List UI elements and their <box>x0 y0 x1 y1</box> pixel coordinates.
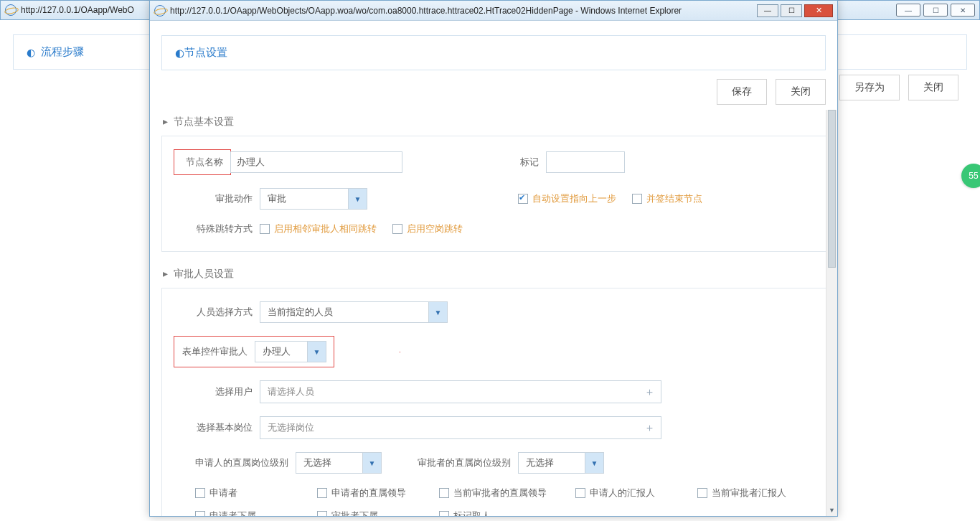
select-user-label: 选择用户 <box>174 385 260 398</box>
checkbox-option[interactable]: 申请人的汇报人 <box>575 487 669 499</box>
checkbox-label: 审批者下属 <box>331 510 378 516</box>
approver-post-level-select[interactable]: 无选择 ▼ <box>518 452 604 474</box>
chevron-down-icon: ▼ <box>585 453 603 473</box>
checkbox-option[interactable]: 申请者 <box>195 487 288 499</box>
form-control-select[interactable]: 办理人 ▼ <box>255 341 326 362</box>
checkbox-label: 申请者 <box>209 487 237 499</box>
node-name-label: 节点名称 <box>174 150 230 174</box>
checkbox-option[interactable]: 申请者下属 <box>195 510 288 516</box>
ie-icon <box>5 4 17 16</box>
checkbox-row-1: 申请者申请者的直属领导当前审批者的直属领导申请人的汇报人当前审批者汇报人 <box>174 487 791 499</box>
adjacent-same-jump-checkbox[interactable] <box>260 224 270 234</box>
mark-label: 标记 <box>402 156 546 169</box>
checkbox[interactable] <box>195 511 205 516</box>
section2-box: 人员选择方式 当前指定的人员 ▼ 表单控件审批人 办理人 ▼ · <box>161 288 827 516</box>
countersign-end-label: 并签结束节点 <box>646 192 702 205</box>
applicant-post-level-label: 申请人的直属岗位级别 <box>174 456 296 469</box>
vacant-jump-label: 启用空岗跳转 <box>407 222 463 235</box>
checkbox-option[interactable]: 审批者下属 <box>317 510 410 516</box>
fg-title-text: http://127.0.0.1/OAapp/WebObjects/OAapp.… <box>170 6 682 16</box>
bg-minimize-button[interactable]: — <box>896 4 920 17</box>
bg-action-row: 另存为 关闭 <box>839 75 958 100</box>
checkbox-label: 申请者的直属领导 <box>331 487 406 499</box>
vacant-jump-checkbox[interactable] <box>392 224 402 234</box>
form-control-highlight: 表单控件审批人 办理人 ▼ <box>174 336 334 367</box>
form-control-label: 表单控件审批人 <box>174 337 255 367</box>
chevron-right-icon: ▸ <box>163 268 168 279</box>
checkbox-label: 申请人的汇报人 <box>590 487 655 499</box>
chevron-down-icon: ▼ <box>307 342 326 362</box>
vertical-scrollbar[interactable]: ▲ ▼ <box>826 110 837 516</box>
checkbox-option[interactable]: 当前审批者汇报人 <box>697 487 791 499</box>
bg-panel-title: 流程步骤 <box>41 45 84 59</box>
auto-point-prev-checkbox[interactable] <box>518 194 528 204</box>
fg-action-row: 保存 关闭 <box>161 70 826 113</box>
scroll-area[interactable]: ▸ 节点基本设置 节点名称 标记 审批动作 审批 ▼ <box>161 110 834 516</box>
select-post-label: 选择基本岗位 <box>174 421 260 434</box>
arrow-right-icon: ◐ <box>175 47 184 60</box>
scroll-thumb[interactable] <box>828 110 836 268</box>
fg-body: ◐ 节点设置 保存 关闭 ▸ 节点基本设置 节点名称 标记 <box>150 21 837 516</box>
bg-close-button[interactable]: ✕ <box>951 4 975 17</box>
node-name-highlight: 节点名称 <box>174 149 231 175</box>
chevron-down-icon: ▼ <box>362 453 381 473</box>
checkbox-option[interactable]: 申请者的直属领导 <box>317 487 410 499</box>
fg-titlebar[interactable]: http://127.0.0.1/OAapp/WebObjects/OAapp.… <box>150 1 837 21</box>
chevron-down-icon: ▼ <box>348 189 367 209</box>
checkbox-label: 当前审批者的直属领导 <box>453 487 547 499</box>
checkbox-row-2: 申请者下属审批者下属标记取人 <box>174 510 532 516</box>
auto-point-prev-label: 自动设置指向上一步 <box>532 192 616 205</box>
mark-input[interactable] <box>546 151 625 173</box>
section1-box: 节点名称 标记 审批动作 审批 ▼ 自动设置指向上一步 并 <box>161 136 827 252</box>
fg-close-button[interactable]: ✕ <box>804 4 833 17</box>
dot-indicator: · <box>399 348 401 356</box>
checkbox[interactable] <box>439 488 449 498</box>
bg-maximize-button[interactable]: ☐ <box>923 4 948 17</box>
save-as-button[interactable]: 另存为 <box>839 75 900 100</box>
foreground-dialog-window: http://127.0.0.1/OAapp/WebObjects/OAapp.… <box>149 0 838 517</box>
node-name-input[interactable] <box>230 151 402 173</box>
approver-post-level-label: 审批者的直属岗位级别 <box>382 456 518 469</box>
select-post-picker[interactable]: 无选择岗位 ＋ <box>260 416 661 439</box>
checkbox-label: 标记取人 <box>453 510 491 516</box>
adjacent-same-jump-label: 启用相邻审批人相同跳转 <box>274 222 377 235</box>
chevron-down-icon: ▼ <box>428 302 447 322</box>
fg-panel-title: 节点设置 <box>184 46 227 60</box>
select-mode-label: 人员选择方式 <box>174 306 260 319</box>
scroll-down-icon[interactable]: ▼ <box>826 504 837 516</box>
plus-icon[interactable]: ＋ <box>638 385 661 399</box>
checkbox-option[interactable]: 标记取人 <box>439 510 532 516</box>
checkbox[interactable] <box>697 488 707 498</box>
chevron-right-icon: ▸ <box>163 116 168 127</box>
arrow-right-icon: ◐ <box>27 47 35 58</box>
plus-icon[interactable]: ＋ <box>638 421 661 435</box>
save-button[interactable]: 保存 <box>717 79 767 105</box>
fg-panel-header: ◐ 节点设置 <box>161 35 826 70</box>
checkbox-label: 当前审批者汇报人 <box>712 487 786 499</box>
section2-title: ▸ 审批人员设置 <box>161 262 827 288</box>
bg-title-text: http://127.0.0.1/OAapp/WebO <box>21 5 134 15</box>
select-user-picker[interactable]: 请选择人员 ＋ <box>260 380 661 403</box>
countersign-end-checkbox[interactable] <box>632 194 642 204</box>
checkbox-option[interactable]: 当前审批者的直属领导 <box>439 487 547 499</box>
special-jump-label: 特殊跳转方式 <box>174 222 260 235</box>
fg-minimize-button[interactable]: — <box>757 4 778 17</box>
section1-title: ▸ 节点基本设置 <box>161 110 827 136</box>
close-page-button[interactable]: 关闭 <box>776 79 826 105</box>
approve-action-label: 审批动作 <box>174 192 260 205</box>
approve-action-select[interactable]: 审批 ▼ <box>260 188 367 210</box>
checkbox[interactable] <box>439 511 449 516</box>
fg-maximize-button[interactable]: ☐ <box>781 4 802 17</box>
select-mode-select[interactable]: 当前指定的人员 ▼ <box>260 301 448 323</box>
checkbox[interactable] <box>317 511 327 516</box>
ie-icon <box>154 5 166 17</box>
bg-close-page-button[interactable]: 关闭 <box>908 75 958 100</box>
checkbox-label: 申请者下属 <box>209 510 256 516</box>
side-badge[interactable]: 55 <box>961 164 980 188</box>
checkbox[interactable] <box>195 488 205 498</box>
checkbox[interactable] <box>575 488 585 498</box>
applicant-post-level-select[interactable]: 无选择 ▼ <box>296 452 382 474</box>
checkbox[interactable] <box>317 488 327 498</box>
